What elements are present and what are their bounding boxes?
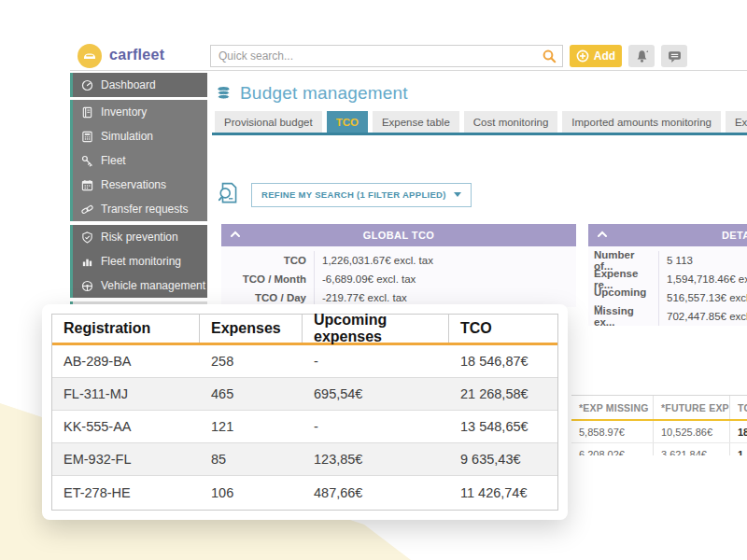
cell-future-exp: 3,621.84€ <box>654 443 730 455</box>
global-tco-body: TCO 1,226,031.67€ excl. tax TCO / Month … <box>221 246 576 307</box>
table-row: EM-932-FL 85 123,85€ 9 635,43€ <box>52 443 557 476</box>
stat-label: Missing ex... <box>588 307 659 326</box>
column-header-future-exp[interactable]: *FUTURE EXP <box>654 396 730 419</box>
notifications-button[interactable] <box>628 45 655 67</box>
chevron-down-icon <box>454 192 461 197</box>
table-row: AB-289-BA 258 - 18 546,87€ <box>52 345 557 378</box>
stat-value: 1,594,718.46€ excl. tax <box>659 273 747 285</box>
search-input[interactable] <box>211 46 562 66</box>
cell-upcoming-expenses: - <box>303 411 449 442</box>
column-header-expenses: Expenses <box>200 315 303 343</box>
table-row[interactable]: 6,208.02€ 3,621.84€ 1 <box>571 443 747 455</box>
cell-tco: 18 <box>730 421 747 442</box>
table-row: KK-555-AA 121 - 13 548,65€ <box>52 411 557 443</box>
stat-row: TCO 1,226,031.67€ excl. tax <box>221 251 576 270</box>
sidebar-item-dashboard[interactable]: Dashboard <box>70 73 207 97</box>
chevron-up-icon[interactable] <box>598 231 607 238</box>
global-tco-header[interactable]: GLOBAL TCO <box>221 224 576 246</box>
cell-upcoming-expenses: 695,54€ <box>303 378 449 410</box>
cell-tco: 11 426,74€ <box>449 476 557 509</box>
add-button[interactable]: Add <box>570 45 622 67</box>
column-header-tco[interactable]: TCO <box>730 396 747 419</box>
table-row: ET-278-HE 106 487,66€ 11 426,74€ <box>52 476 557 509</box>
calculator-icon <box>81 131 93 143</box>
table-row[interactable]: 5,858.97€ 10,525.86€ 18 <box>571 421 747 443</box>
tab-imported-amounts-monitoring[interactable]: Imported amounts monitoring <box>562 111 721 133</box>
stat-label: TCO / Month <box>221 270 315 288</box>
cell-exp-missing: 5,858.97€ <box>571 421 654 442</box>
cell-registration: AB-289-BA <box>52 345 200 377</box>
sidebar-item-transfer-requests[interactable]: Transfer requests <box>70 197 207 221</box>
chevron-up-icon[interactable] <box>231 231 240 238</box>
table-header-row: Registration Expenses Upcoming expenses … <box>52 315 557 345</box>
cell-registration: EM-932-FL <box>52 443 200 475</box>
registration-expenses-table: Registration Expenses Upcoming expenses … <box>51 314 558 511</box>
sidebar-item-label: Dashboard <box>101 78 156 91</box>
link-icon <box>81 203 93 216</box>
cell-expenses: 85 <box>200 443 303 475</box>
stat-value: 5 113 <box>659 255 693 266</box>
stat-value: 702,447.85€ excl. tax <box>659 311 747 322</box>
cell-registration: ET-278-HE <box>52 476 200 509</box>
book-icon <box>81 106 93 119</box>
chat-bubble-icon <box>668 49 682 63</box>
tab-expense-table[interactable]: Expense table <box>373 111 459 133</box>
stat-value: 516,557.13€ excl. tax <box>659 292 747 303</box>
car-icon <box>82 49 97 63</box>
tab-expense-report[interactable]: Expense report <box>726 111 747 133</box>
stat-label: Expense re... <box>588 270 659 288</box>
sidebar-group-dashboard: Dashboard <box>70 73 207 97</box>
bar-chart-icon <box>81 256 93 268</box>
sidebar-item-vehicle-management[interactable]: Vehicle management <box>70 273 207 298</box>
sidebar-item-simulation[interactable]: Simulation <box>70 124 207 148</box>
sidebar-item-reservations[interactable]: Reservations <box>70 173 207 197</box>
cell-upcoming-expenses: 123,85€ <box>303 443 449 475</box>
cell-expenses: 465 <box>200 378 303 410</box>
details-header[interactable]: DETAILS <box>588 224 747 246</box>
add-button-label: Add <box>594 49 615 63</box>
column-header-tco: TCO <box>449 315 557 343</box>
cell-exp-missing: 6,208.02€ <box>571 443 654 455</box>
refine-search-label: REFINE MY SEARCH (1 FILTER APPLIED) <box>261 189 446 200</box>
tab-provisional-budget[interactable]: Provisional budget <box>215 111 322 133</box>
stat-value: 1,226,031.67€ excl. tax <box>315 255 433 266</box>
refine-search-button[interactable]: REFINE MY SEARCH (1 FILTER APPLIED) <box>251 183 472 207</box>
quick-search <box>210 45 563 67</box>
messages-button[interactable] <box>661 45 687 67</box>
tab-underline <box>212 133 747 135</box>
tab-bar: Provisional budget TCO Expense table Cos… <box>215 111 747 133</box>
bell-icon <box>635 49 649 63</box>
search-icon[interactable] <box>542 49 557 64</box>
stat-value: -6,689.09€ excl. tax <box>315 273 416 285</box>
cell-tco: 18 546,87€ <box>449 345 557 377</box>
cell-upcoming-expenses: - <box>303 345 449 377</box>
sidebar-group-monitoring: Risk prevention Fleet monitoring <box>70 225 207 298</box>
steering-wheel-icon <box>81 280 93 292</box>
page-title: Budget management <box>240 83 408 104</box>
sidebar-item-inventory[interactable]: Inventory <box>70 100 207 124</box>
sidebar-item-fleet-monitoring[interactable]: Fleet monitoring <box>70 249 207 273</box>
cell-upcoming-expenses: 487,66€ <box>303 476 449 509</box>
carfleet-logo[interactable] <box>78 44 102 68</box>
stat-label: Upcoming ... <box>588 288 659 307</box>
zoomed-table-card: Registration Expenses Upcoming expenses … <box>42 304 568 520</box>
column-header-exp-missing[interactable]: *EXP MISSING <box>571 396 654 419</box>
table-row: FL-311-MJ 465 695,54€ 21 268,58€ <box>52 378 557 411</box>
cell-tco: 21 268,58€ <box>449 378 557 410</box>
sidebar: Dashboard Inventory Si <box>70 71 207 311</box>
global-tco-panel: GLOBAL TCO TCO 1,226,031.67€ excl. tax T… <box>221 224 576 314</box>
coins-icon <box>217 86 233 101</box>
cell-tco: 9 635,43€ <box>449 443 557 475</box>
tab-tco[interactable]: TCO <box>327 111 368 133</box>
cell-expenses: 258 <box>200 345 303 377</box>
search-report-icon <box>218 182 240 207</box>
stat-label: TCO <box>221 251 315 270</box>
tab-cost-monitoring[interactable]: Cost monitoring <box>464 111 558 133</box>
expenses-table-header: *EXP MISSING *FUTURE EXP TCO <box>571 396 747 419</box>
sidebar-item-label: Transfer requests <box>101 203 189 216</box>
sidebar-item-label: Simulation <box>101 130 153 143</box>
sidebar-item-risk-prevention[interactable]: Risk prevention <box>70 225 207 249</box>
sidebar-item-fleet[interactable]: Fleet <box>70 148 207 173</box>
calendar-icon <box>81 179 93 191</box>
sidebar-item-label: Fleet <box>101 154 126 167</box>
